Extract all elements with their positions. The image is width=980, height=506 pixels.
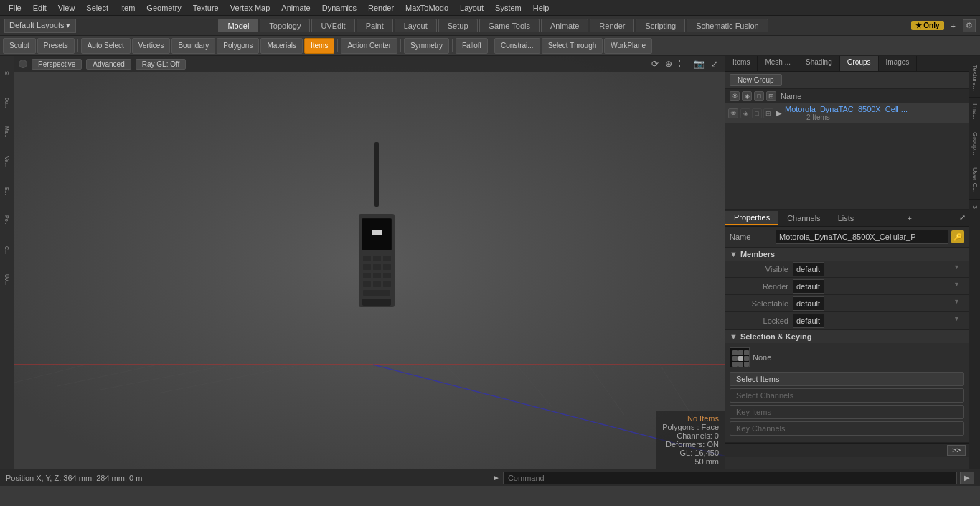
presets-button[interactable]: Presets [37,38,75,54]
items-button[interactable]: Items [304,38,334,54]
props-tab-lists[interactable]: Lists [829,212,863,225]
menu-layout[interactable]: Layout [454,2,489,14]
tab-topology[interactable]: Topology [260,19,310,32]
selectable-select[interactable]: default [793,296,824,311]
maximize-icon[interactable]: ⤢ [709,58,720,70]
auto-select-button[interactable]: Auto Select [81,38,131,54]
menu-render[interactable]: Render [362,2,400,14]
select-items-button[interactable]: Select Items [730,372,964,386]
ray-gl-button[interactable]: Ray GL: Off [136,59,187,70]
props-tab-plus[interactable]: + [901,212,917,225]
frame-icon[interactable]: ⛶ [677,58,689,70]
settings-icon[interactable]: ⚙ [963,19,976,32]
edge-tab-user-c[interactable]: User C... [969,161,980,200]
key-channels-button[interactable]: Key Channels [730,421,964,436]
polygons-button[interactable]: Polygons [217,38,259,54]
right-tab-items[interactable]: Items [725,56,758,71]
rotate-icon[interactable]: ⟳ [649,58,661,70]
tab-animate[interactable]: Animate [541,19,588,32]
tab-layout[interactable]: Layout [395,19,437,32]
expand-button[interactable]: >> [947,445,966,456]
lock-col-icon[interactable]: ⊞ [766,91,776,101]
command-input[interactable] [503,472,957,484]
props-tab-channels[interactable]: Channels [778,212,829,225]
group-icon-2[interactable]: □ [752,108,762,118]
viewport-toggle[interactable] [19,60,27,68]
sidebar-e-icon[interactable]: E... [1,177,13,205]
menu-texture[interactable]: Texture [187,2,225,14]
sidebar-dup-icon[interactable]: Du... [1,88,13,117]
viewport[interactable]: X Y Z Perspective Advanced Ray GL: Off ⟳… [14,56,725,469]
menu-dynamics[interactable]: Dynamics [316,2,362,14]
tab-render[interactable]: Render [590,19,634,32]
right-tab-mesh[interactable]: Mesh ... [758,56,798,71]
group-expand-icon[interactable]: ▶ [776,109,782,117]
select-channels-button[interactable]: Select Channels [730,388,964,403]
menu-edit[interactable]: Edit [27,2,52,14]
edge-tab-group[interactable]: Group... [969,126,980,162]
members-header[interactable]: ▼ Members [725,248,969,261]
tab-game-tools[interactable]: Game Tools [479,19,540,32]
menu-geometry[interactable]: Geometry [141,2,187,14]
symmetry-button[interactable]: Symmetry [404,38,449,54]
edge-tab-ima[interactable]: Ima... [969,98,980,126]
props-tab-properties[interactable]: Properties [725,211,778,225]
vertices-button[interactable]: Vertices [132,38,171,54]
action-center-button[interactable]: Action Center [341,38,397,54]
group-eye-icon[interactable]: 👁 [728,108,738,118]
locked-select[interactable]: default [793,314,824,328]
tab-schematic-fusion[interactable]: Schematic Fusion [687,19,768,32]
select-through-button[interactable]: Select Through [542,38,603,54]
workplane-button[interactable]: WorkPlane [604,38,652,54]
tab-paint[interactable]: Paint [357,19,393,32]
sculpt-button[interactable]: Sculpt [3,38,36,54]
name-input[interactable] [776,230,948,244]
visible-select[interactable]: default [793,262,824,276]
camera-icon[interactable]: 📷 [692,58,707,70]
boundary-button[interactable]: Boundary [171,38,215,54]
tab-scripting[interactable]: Scripting [636,19,685,32]
props-expand-icon[interactable]: ⤢ [956,212,969,224]
zoom-icon[interactable]: ⊕ [663,58,674,70]
layout-plus[interactable]: + [947,20,960,32]
menu-select[interactable]: Select [80,2,114,14]
selection-keying-header[interactable]: ▼ Selection & Keying [725,330,969,343]
group-icon-3[interactable]: ⊞ [763,108,773,118]
perspective-button[interactable]: Perspective [32,59,82,70]
render-select[interactable]: default [793,279,824,294]
render-col-icon[interactable]: ◈ [742,91,752,101]
menu-view[interactable]: View [52,2,81,14]
eye-col-icon[interactable]: 👁 [730,91,740,101]
sidebar-sculpt-icon[interactable]: S [1,59,13,88]
menu-vertex-map[interactable]: Vertex Map [225,2,276,14]
group-item[interactable]: 👁 ◈ □ ⊞ ▶ Motorola_DynaTAC_8500X_Cell ..… [725,103,969,123]
tab-setup[interactable]: Setup [438,19,478,32]
select-col-icon[interactable]: □ [754,91,764,101]
menu-help[interactable]: Help [527,2,555,14]
group-icon-1[interactable]: ◈ [740,108,750,118]
tab-uvedit[interactable]: UVEdit [311,19,354,32]
sidebar-ve-icon[interactable]: Ve... [1,147,13,176]
right-tab-shading[interactable]: Shading [798,56,840,71]
sidebar-c-icon[interactable]: C... [1,235,13,264]
key-icon[interactable]: 🔑 [951,230,964,243]
sidebar-mes-icon[interactable]: Me... [1,118,13,146]
advanced-button[interactable]: Advanced [86,59,131,70]
layout-dropdown[interactable]: Default Layouts ▾ [4,19,76,33]
edge-tab-texture[interactable]: Texture... [969,59,980,98]
menu-item[interactable]: Item [114,2,141,14]
falloff-button[interactable]: Falloff [456,38,488,54]
sidebar-po-icon[interactable]: Po... [1,206,13,235]
right-tab-images[interactable]: Images [879,56,918,71]
edge-tab-3[interactable]: 3 [969,200,980,215]
new-group-button[interactable]: New Group [730,74,782,86]
menu-maxtomodo[interactable]: MaxToModo [400,2,454,14]
menu-system[interactable]: System [489,2,527,14]
cmd-submit[interactable]: ▶ [960,472,974,484]
menu-file[interactable]: File [3,2,27,14]
materials-button[interactable]: Materials [260,38,303,54]
sidebar-uv-icon[interactable]: UV... [1,265,13,294]
right-tab-groups[interactable]: Groups [840,56,879,71]
constrai-button[interactable]: Constrai... [494,38,540,54]
menu-animate[interactable]: Animate [275,2,316,14]
